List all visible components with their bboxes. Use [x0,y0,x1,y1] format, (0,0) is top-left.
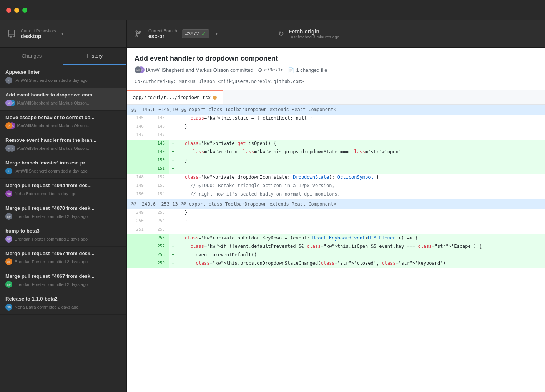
commit-item-title: Merge pull request #4057 from desk... [5,251,121,256]
traffic-light-minimize[interactable] [14,8,19,13]
diff-content: class="kw">private get isOpen() { [177,140,545,148]
diff-content: } [177,218,545,226]
line-num-new: 154 [148,191,169,199]
fetch-subtitle: Last fetched 3 minutes ago [289,35,339,39]
commit-item-title: Add event handler to dropdown com... [5,92,121,98]
branch-text: Current Branch esc-pr [148,28,177,39]
fetch-text: Fetch origin Last fetched 3 minutes ago [289,28,339,39]
commit-list-item[interactable]: Add event handler to dropdown com... iA … [0,88,126,111]
commit-item-author-meta: Brendan Forster committed 2 days ago [15,214,88,219]
avatar-primary: iA [5,100,12,106]
commit-item-title: bump to beta3 [5,228,121,234]
diff-content: class="kw">this.state = { clientRect: nu… [177,115,545,123]
commit-item-meta: iA MO iAmWillShepherd and Markus Olsson.… [5,122,121,129]
commit-list-item[interactable]: bump to beta3 BF Brendan Forster committ… [0,224,126,247]
commit-list-item[interactable]: Release to 1.1.0-beta2 NB Neha Batra com… [0,292,126,315]
commit-avatars: iA MO [5,100,15,106]
fetch-origin-section[interactable]: ↻ Fetch origin Last fetched 3 minutes ag… [269,20,545,47]
traffic-light-close[interactable] [6,8,11,13]
diff-row: 249253 } [127,209,545,218]
commit-list-item[interactable]: Appease linter i iAmWillShepherd committ… [0,65,126,88]
diff-row: 149153 // @TODO: Remake triangle octicon… [127,182,545,191]
commit-list-item[interactable]: Remove event handler from the bran... iA… [0,133,126,156]
commit-item-meta: BF Brendan Forster committed 2 days ago [5,213,121,220]
commit-list-item[interactable]: Move escape behavior to correct co... iA… [0,111,126,133]
commit-item-meta: NB Neha Batra committed a day ago [5,190,121,197]
line-num-new: 256 [148,234,169,243]
content-area: Add event handler to dropdown component … [127,48,545,392]
branch-chevron-icon: ▾ [216,32,218,36]
tab-changes[interactable]: Changes [0,48,63,65]
repository-text: Current Repository desktop [21,28,56,39]
commit-list-item[interactable]: Merge pull request #4070 from desk... BF… [0,201,126,224]
line-num-old: 251 [127,226,148,234]
diff-marker [169,191,177,199]
line-num-new: 152 [148,174,169,182]
commit-item-title: Release to 1.1.0-beta2 [5,296,121,302]
commit-list-item[interactable]: Merge pull request #4044 from des... NB … [0,179,126,201]
commit-item-author-meta: Brendan Forster committed 2 days ago [15,282,88,287]
diff-marker [169,131,177,140]
tab-history[interactable]: History [63,48,127,65]
line-num-old [127,165,148,174]
diff-marker: + [169,251,177,260]
diff-row: 150154 // right now it's scaled badly on… [127,191,545,199]
changed-files-count: 1 changed file [296,67,327,73]
commit-item-meta: i iAmWillShepherd committed a day ago [5,77,121,84]
commit-list-item[interactable]: Merge pull request #4067 from desk... BF… [0,269,126,292]
commit-item-author-meta: Brendan Forster committed 2 days ago [15,237,88,241]
commit-item-title: Merge pull request #4067 from desk... [5,273,121,279]
traffic-light-fullscreen[interactable] [22,8,27,13]
line-num-old: 150 [127,191,148,199]
diff-content: class="kw">if (!event.defaultPrevented &… [177,243,545,251]
line-num-new: 153 [148,182,169,191]
main-layout: Changes History Appease linter i iAmWill… [0,48,545,392]
line-num-new: 259 [148,260,169,268]
commit-list-item[interactable]: Merge pull request #4057 from desk... BF… [0,247,126,269]
diff-hunk-header: @@ -249,6 +253,13 @@ export class Toolba… [127,199,545,209]
avatar-primary: i [5,77,12,84]
current-repository-section[interactable]: Current Repository desktop ▾ [0,20,127,47]
diff-marker: + [169,260,177,268]
line-num-new: 255 [148,226,169,234]
commit-item-meta: NB Neha Batra committed 2 days ago [5,304,121,311]
diff-content [177,131,545,140]
sidebar: Changes History Appease linter i iAmWill… [0,48,127,392]
diff-row: 251255 [127,226,545,234]
diff-marker [169,115,177,123]
diff-content [177,226,545,234]
avatar-primary: BF [5,213,12,220]
diff-content: } [177,123,545,131]
line-num-old [127,148,148,157]
file-tab-path: app/src/ui/t.../dropdown.tsx [133,95,211,100]
line-num-new: 149 [148,148,169,157]
line-num-new: 254 [148,218,169,226]
commit-authors: iW MO iAmWillShepherd and Markus Olsson … [135,66,253,73]
fetch-icon: ↻ [278,30,284,38]
commit-item-author-meta: iAmWillShepherd committed a day ago [15,78,88,83]
changed-files-icon: 📄 [288,67,294,73]
commit-list-item[interactable]: Merge branch 'master' into esc-pr i iAmW… [0,156,126,179]
line-num-old [127,243,148,251]
diff-marker: + [169,148,177,157]
file-tab-bar: app/src/ui/t.../dropdown.tsx [127,90,545,105]
diff-marker: + [169,243,177,251]
diff-content: class="kw">private onFoldoutKeyDown = (e… [177,234,545,243]
diff-row: 145145 class="kw">this.state = { clientR… [127,115,545,123]
repository-label: Current Repository [21,28,56,33]
file-modified-dot [213,96,217,100]
diff-row: 258+ event.preventDefault() [127,251,545,260]
diff-area[interactable]: @@ -145,6 +145,10 @@ export class Toolba… [127,105,545,392]
diff-marker: + [169,234,177,243]
line-num-old: 249 [127,209,148,218]
author-avatars: iW MO [135,66,144,73]
line-num-new: 146 [148,123,169,131]
avatar-primary: NB [5,190,12,197]
current-branch-section[interactable]: Current Branch esc-pr #3972 ✓ ▾ [127,20,269,47]
commit-item-title: Move escape behavior to correct co... [5,115,121,120]
commit-item-title: Merge pull request #4070 from desk... [5,205,121,211]
diff-marker: + [169,140,177,148]
file-tab-dropdown[interactable]: app/src/ui/t.../dropdown.tsx [127,90,223,104]
diff-row: 150+ } [127,157,545,165]
avatar-primary: iA [5,122,12,129]
